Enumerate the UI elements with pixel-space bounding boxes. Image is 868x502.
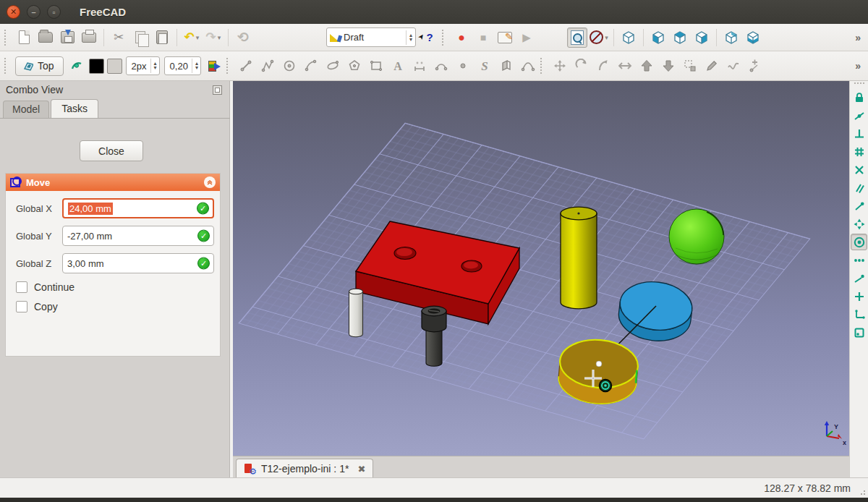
workbench-selector[interactable]: Draft ▴▾ [326, 27, 416, 47]
view-front-button[interactable] [648, 27, 668, 48]
draft-dimension-button[interactable] [409, 56, 430, 76]
global-x-input[interactable]: 24,00 mm ✓ [62, 198, 214, 218]
draft-bezier-button[interactable] [518, 56, 538, 76]
window-close-button[interactable]: ✕ [7, 5, 20, 19]
undo-button[interactable]: ↶▾ [182, 27, 202, 48]
working-plane-button[interactable]: Top [15, 56, 64, 76]
window-minimize-button[interactable]: – [27, 5, 41, 19]
draft-offset-button[interactable] [593, 56, 613, 76]
snap-perpendicular-button[interactable] [851, 125, 867, 142]
snap-endpoint-button[interactable] [851, 197, 867, 214]
macro-stop-button[interactable]: ■ [473, 27, 493, 48]
white-pin-cylinder[interactable] [349, 289, 363, 337]
snap-special-button[interactable] [851, 252, 867, 268]
toolbar-drag-handle[interactable] [854, 82, 864, 86]
draft-trimex-button[interactable] [615, 56, 635, 76]
snap-extension-button[interactable] [851, 288, 867, 305]
workbench-selector-arrows[interactable]: ▴▾ [406, 30, 412, 45]
draft-bspline-button[interactable] [431, 56, 451, 76]
draft-ellipse-button[interactable] [323, 56, 343, 76]
snap-midpoint-button[interactable] [851, 107, 867, 124]
draft-scale-button[interactable] [680, 56, 700, 76]
continue-checkbox[interactable] [16, 281, 27, 293]
draft-rectangle-button[interactable] [366, 56, 386, 76]
draft-line-button[interactable] [236, 56, 256, 76]
draft-downgrade-button[interactable] [658, 56, 678, 76]
macro-record-button[interactable]: ● [451, 27, 472, 48]
draft-polygon-button[interactable] [344, 56, 365, 76]
copy-button[interactable] [130, 27, 150, 48]
macro-edit-button[interactable] [495, 27, 515, 48]
macro-execute-button[interactable]: ▶ [516, 27, 537, 48]
snap-center-button[interactable] [851, 234, 867, 250]
new-document-button[interactable] [14, 27, 34, 48]
window-maximize-button[interactable]: ▫ [47, 5, 61, 19]
draw-style-dropdown-arrow[interactable]: ▾ [605, 34, 608, 41]
draft-point-button[interactable] [453, 56, 473, 76]
paste-button[interactable] [152, 27, 172, 48]
snap-grid-button[interactable] [851, 143, 867, 160]
redo-dropdown-arrow[interactable]: ▾ [218, 34, 221, 41]
undo-dropdown-arrow[interactable]: ▾ [196, 34, 200, 41]
draft-add-point-button[interactable] [745, 56, 765, 76]
refresh-button[interactable]: ⟲ [233, 27, 253, 48]
line-color-swatch[interactable] [89, 59, 104, 74]
redo-button[interactable]: ↷▾ [203, 27, 224, 48]
tab-model[interactable]: Model [3, 101, 49, 118]
toolbar-drag-handle[interactable] [226, 58, 231, 74]
draft-move-button[interactable] [550, 56, 570, 76]
yellow-cylinder[interactable] [561, 207, 597, 309]
whats-this-button[interactable]: ? [420, 27, 440, 48]
snap-near-button[interactable] [851, 270, 867, 286]
toggle-construction-mode-button[interactable] [67, 56, 87, 76]
snap-lock-button[interactable] [851, 89, 867, 106]
draft-upgrade-button[interactable] [637, 56, 657, 76]
line-width-arrows[interactable]: ▴▾ [150, 59, 157, 73]
view-rear-button[interactable] [721, 27, 741, 48]
global-y-input[interactable]: -27,00 mm ✓ [62, 226, 214, 246]
task-close-button[interactable]: Close [80, 140, 143, 161]
view-axonometric-button[interactable] [618, 27, 639, 48]
toolbar-overflow-button[interactable]: » [855, 32, 865, 43]
draft-edit-button[interactable] [702, 56, 722, 76]
snap-dimensions-button[interactable] [851, 306, 867, 323]
global-z-input[interactable]: 3,00 mm ✓ [62, 253, 214, 273]
toolbar-drag-handle[interactable] [4, 30, 9, 46]
move-task-header[interactable]: Move [6, 174, 220, 191]
draft-text-button[interactable]: A [388, 56, 408, 76]
view-bottom-button[interactable] [743, 27, 763, 48]
green-sphere[interactable] [669, 209, 724, 265]
3d-viewport[interactable]: Y x [233, 81, 849, 456]
toolbar-drag-handle[interactable] [4, 58, 9, 74]
draft-polyline-button[interactable] [258, 56, 278, 76]
draft-arc-button[interactable] [301, 56, 321, 76]
save-button[interactable] [57, 27, 77, 48]
toolbar-drag-handle[interactable] [442, 30, 447, 46]
document-tab-close-button[interactable]: ✖ [357, 464, 365, 475]
draft-facebinder-button[interactable] [496, 56, 516, 76]
toolbar-drag-handle[interactable] [540, 58, 545, 74]
draw-style-button[interactable]: ▾ [589, 27, 609, 48]
snap-working-plane-button[interactable] [851, 324, 867, 341]
snap-intersection-button[interactable] [851, 161, 867, 178]
collapse-section-button[interactable] [204, 176, 216, 188]
print-button[interactable] [79, 27, 99, 48]
line-width-spinbox[interactable]: 2px ▴▾ [126, 56, 160, 75]
scale-arrows[interactable]: ▴▾ [192, 59, 198, 73]
view-top-button[interactable] [670, 27, 690, 48]
toolbar-overflow-button[interactable]: » [855, 60, 865, 72]
panel-float-icon[interactable] [213, 85, 222, 95]
cut-button[interactable]: ✂ [109, 27, 129, 48]
resize-grip[interactable] [859, 488, 866, 495]
document-tab-active[interactable]: T12-ejemplo-ini : 1* ✖ [236, 459, 373, 478]
face-color-swatch[interactable] [107, 59, 122, 74]
copy-checkbox[interactable] [16, 301, 27, 312]
view-right-button[interactable] [692, 27, 712, 48]
draft-rotate-button[interactable] [571, 56, 592, 76]
scale-spinbox[interactable]: 0,20 ▴▾ [164, 56, 201, 75]
draft-circle-button[interactable] [279, 56, 299, 76]
tab-tasks[interactable]: Tasks [51, 99, 98, 118]
open-document-button[interactable] [35, 27, 56, 48]
draft-shapestring-button[interactable]: S [475, 56, 495, 76]
snap-ortho-button[interactable] [851, 216, 867, 232]
